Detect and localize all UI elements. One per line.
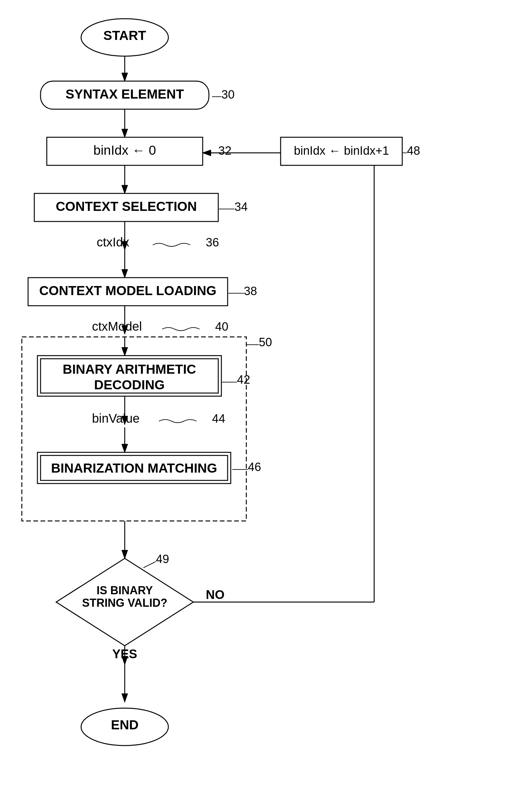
start-label: START <box>104 28 146 43</box>
end-label: END <box>111 717 139 732</box>
ref-40: 40 <box>215 320 228 333</box>
ref-30: 30 <box>221 88 235 101</box>
ref-50: 50 <box>259 336 272 349</box>
ctxidx-label: ctxIdx <box>97 235 129 249</box>
context-selection-label: CONTEXT SELECTION <box>56 199 197 214</box>
binarization-matching-label: BINARIZATION MATCHING <box>51 461 217 475</box>
diagram-container: START SYNTAX ELEMENT 30 binIdx ← 0 32 CO… <box>0 0 531 812</box>
ref-44: 44 <box>212 412 225 425</box>
ref-36: 36 <box>206 236 219 249</box>
diamond-label-1: IS BINARY <box>97 584 153 597</box>
context-model-loading-label: CONTEXT MODEL LOADING <box>39 283 217 298</box>
binidx-increment-label: binIdx ← binIdx+1 <box>294 144 389 157</box>
ref-42: 42 <box>237 373 250 386</box>
binary-arithmetic-decoding-label-1: BINARY ARITHMETIC <box>63 362 196 377</box>
binidx-init-label: binIdx ← 0 <box>93 143 156 158</box>
ref-46: 46 <box>248 461 261 474</box>
ref-49: 49 <box>156 552 169 566</box>
binvalue-label: binValue <box>92 411 140 425</box>
svg-line-30 <box>144 562 156 568</box>
ref-34: 34 <box>235 200 248 213</box>
diamond-label-2: STRING VALID? <box>82 596 167 609</box>
syntax-element-label: SYNTAX ELEMENT <box>65 87 184 101</box>
ref-38: 38 <box>244 285 257 298</box>
binary-arithmetic-decoding-label-2: DECODING <box>94 377 165 392</box>
no-label: NO <box>206 588 224 601</box>
ctxmodel-label: ctxModel <box>92 319 142 333</box>
ref-48: 48 <box>407 144 420 157</box>
ref-32: 32 <box>218 144 231 157</box>
